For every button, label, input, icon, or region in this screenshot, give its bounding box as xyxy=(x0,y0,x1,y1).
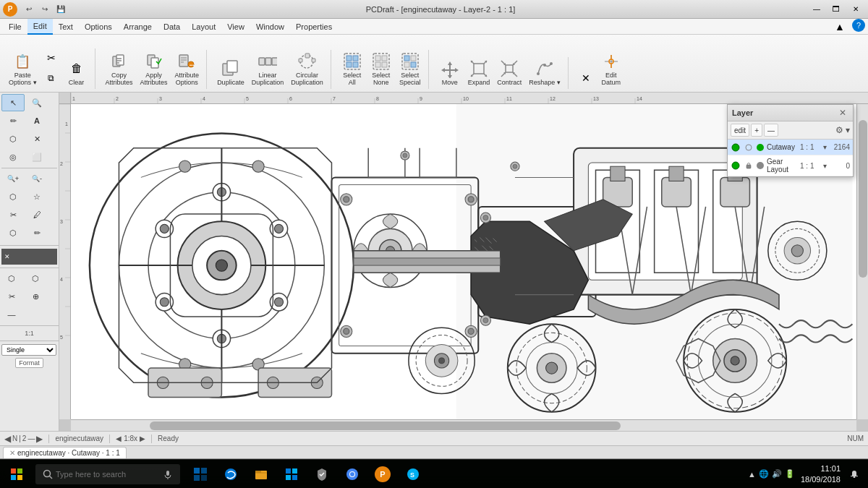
edit-tool-button[interactable]: ✏ xyxy=(25,224,48,241)
zoom-in-button[interactable]: 🔍+ xyxy=(1,170,25,187)
vertical-scrollbar[interactable] xyxy=(856,104,868,419)
clock[interactable]: 11:01 18/09/2018 xyxy=(801,463,841,484)
taskbar-icon-explorer[interactable] xyxy=(247,460,276,489)
layer-close-button[interactable]: ✕ xyxy=(837,107,848,119)
edit-datum-button[interactable]: EditDatum xyxy=(597,50,625,87)
layer-add-button[interactable]: + xyxy=(751,124,762,137)
toolbar-panel-header[interactable]: ✕ xyxy=(1,249,57,265)
tray-network-icon[interactable]: 🌐 xyxy=(759,469,769,479)
notification-button[interactable] xyxy=(846,468,862,480)
select-none-button[interactable]: SelectNone xyxy=(367,50,395,87)
menu-text[interactable]: Text xyxy=(53,19,79,35)
node-tool-button[interactable]: ⬡ xyxy=(1,224,25,241)
star-tool-button[interactable]: ☆ xyxy=(25,188,48,205)
view-mode-select[interactable]: Single xyxy=(1,344,56,356)
layer-edit-button[interactable]: edit xyxy=(731,124,749,137)
copy-attributes-button[interactable]: CopyAttributes xyxy=(103,50,136,87)
start-button[interactable] xyxy=(0,460,33,489)
paste-button[interactable]: 📋 PasteOptions ▾ xyxy=(6,50,40,87)
datum-close-button[interactable]: ✕ xyxy=(576,69,596,87)
move-button[interactable]: Move xyxy=(436,57,464,87)
taskbar-icon-store[interactable] xyxy=(277,460,306,489)
cross-tool-button[interactable]: ✕ xyxy=(25,130,48,147)
layer-row-cutaway[interactable]: Cutaway 1 : 1 ▾ 2164 xyxy=(728,140,853,155)
page-prev-button[interactable]: ◀ xyxy=(4,434,11,444)
layer-arrow-cutaway[interactable]: ▾ xyxy=(823,143,827,151)
ellipse-tool-button[interactable]: ◎ xyxy=(1,148,25,166)
redo-button[interactable]: ↪ xyxy=(38,2,52,17)
menu-edit[interactable]: Edit xyxy=(27,19,53,35)
extra-tool-6[interactable] xyxy=(24,306,47,323)
menu-file[interactable]: File xyxy=(3,19,27,35)
taskbar-icon-chrome[interactable] xyxy=(338,460,367,489)
taskbar-search-box[interactable] xyxy=(35,464,180,484)
taskbar-icon-skype[interactable]: S xyxy=(399,460,427,489)
extra-tool-1[interactable]: ⬡ xyxy=(0,270,23,287)
layer-title-bar[interactable]: Layer ✕ xyxy=(728,105,853,121)
horizontal-scroll-thumb[interactable] xyxy=(150,421,621,430)
select-tool-button[interactable]: ↖ xyxy=(1,94,25,111)
rect-tool-button[interactable]: ⬜ xyxy=(25,148,48,166)
cut-button[interactable]: ✂ xyxy=(41,48,61,67)
menu-properties[interactable]: Properties xyxy=(290,19,338,35)
taskbar-icon-pcdraft[interactable]: P xyxy=(368,460,397,489)
layer-row-gear-layout[interactable]: Gear Layout 1 : 1 ▾ 0 xyxy=(728,155,853,176)
reshape-button[interactable]: Reshape ▾ xyxy=(526,57,563,87)
circular-duplication-button[interactable]: CircularDuplication xyxy=(288,50,326,87)
clear-button[interactable]: 🗑 Clear xyxy=(63,57,90,87)
pen-tool-button[interactable]: 🖊 xyxy=(25,206,48,223)
duplicate-button[interactable]: Duplicate xyxy=(214,57,247,87)
zoom-tool-button[interactable]: 🔍 xyxy=(25,94,48,111)
select-all-button[interactable]: SelectAll xyxy=(339,50,366,87)
text-tool-button[interactable]: A xyxy=(25,112,48,129)
maximize-button[interactable]: 🗖 xyxy=(827,1,846,17)
zoom-out-button[interactable]: 🔍- xyxy=(25,170,48,187)
tray-chevron[interactable]: ▲ xyxy=(748,470,756,479)
undo-button[interactable]: ↩ xyxy=(22,2,36,17)
layer-arrow-gear-layout[interactable]: ▾ xyxy=(823,162,827,170)
minimize-button[interactable]: — xyxy=(807,1,826,17)
status-zoom-next-button[interactable]: ▶ xyxy=(140,435,145,442)
menu-layout[interactable]: Layout xyxy=(186,19,221,35)
page-next-button[interactable]: ▶ xyxy=(36,434,43,444)
apply-attributes-button[interactable]: ApplyAttributes xyxy=(137,50,171,87)
menu-options[interactable]: Options xyxy=(79,19,118,35)
linear-duplication-button[interactable]: LinearDuplication xyxy=(249,50,287,87)
shape-tool-button[interactable]: ⬡ xyxy=(1,130,25,147)
help-collapse-button[interactable]: ▲ xyxy=(830,19,849,35)
extra-tool-5[interactable]: — xyxy=(0,306,23,323)
tab-close-button[interactable]: ✕ xyxy=(9,449,15,457)
search-input[interactable] xyxy=(56,470,150,479)
taskbar-icon-edge[interactable] xyxy=(216,460,245,489)
layer-remove-button[interactable]: — xyxy=(764,124,778,137)
taskbar-icon-security[interactable] xyxy=(307,460,336,489)
menu-view[interactable]: View xyxy=(221,19,250,35)
tray-volume-icon[interactable]: 🔊 xyxy=(772,469,782,479)
polygon-tool-button[interactable]: ⬡ xyxy=(1,188,25,205)
horizontal-scrollbar[interactable] xyxy=(71,419,856,431)
attribute-options-button[interactable]: ••• AttributeOptions xyxy=(172,50,203,87)
vertical-scroll-thumb[interactable] xyxy=(859,120,867,278)
scissors-tool-button[interactable]: ✂ xyxy=(1,206,25,223)
status-zoom-prev-button[interactable]: ◀ xyxy=(116,435,122,442)
layer-visibility-cutaway[interactable] xyxy=(731,142,741,153)
tab-enginecutaway[interactable]: ✕ enginecutaway · Cutaway · 1 : 1 xyxy=(3,447,127,458)
menu-arrange[interactable]: Arrange xyxy=(118,19,158,35)
contract-button[interactable]: Contract xyxy=(494,57,524,87)
expand-button[interactable]: Expand xyxy=(465,57,493,87)
layer-lock-gear-layout[interactable] xyxy=(744,160,754,171)
extra-tool-4[interactable]: ⊕ xyxy=(24,288,47,305)
help-button[interactable]: ? xyxy=(852,19,865,32)
menu-data[interactable]: Data xyxy=(158,19,186,35)
select-special-button[interactable]: SelectSpecial xyxy=(396,50,424,87)
layer-lock-cutaway[interactable] xyxy=(744,142,754,153)
save-button[interactable]: 💾 xyxy=(54,2,68,17)
extra-tool-2[interactable]: ⬡ xyxy=(24,270,47,287)
taskbar-icon-taskview[interactable] xyxy=(186,460,215,489)
format-button[interactable]: Format xyxy=(15,358,43,368)
layer-gear-button[interactable]: ⚙ ▾ xyxy=(835,125,850,135)
menu-window[interactable]: Window xyxy=(250,19,290,35)
layer-visibility-gear-layout[interactable] xyxy=(731,160,741,171)
pencil-tool-button[interactable]: ✏ xyxy=(1,112,25,129)
extra-tool-3[interactable]: ✂ xyxy=(0,288,23,305)
